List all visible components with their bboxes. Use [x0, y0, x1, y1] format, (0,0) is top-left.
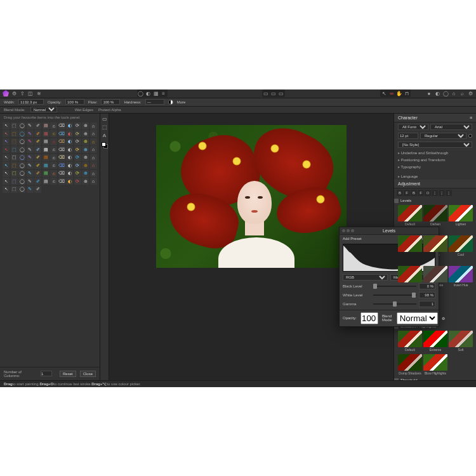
adjustment-thumb[interactable]: Lighten — [449, 205, 473, 226]
tool-item[interactable]: ⌂ — [90, 122, 97, 129]
layers-icon[interactable]: ≋ — [36, 90, 42, 96]
tool-item[interactable]: ⟳ — [74, 138, 81, 145]
adjustment-thumb[interactable]: Cool — [449, 235, 473, 256]
dot-icon[interactable]: ● — [426, 90, 432, 96]
close-button[interactable]: Close — [80, 371, 96, 377]
tool-item[interactable]: ✐ — [34, 154, 41, 161]
positioning-expander[interactable]: Positioning and Transform — [394, 156, 476, 163]
sliders-icon[interactable]: ≡ — [161, 90, 167, 96]
tool-item[interactable]: ⌂ — [90, 146, 97, 153]
tool-item[interactable]: ◯ — [18, 178, 25, 185]
tool-item[interactable]: ⌂ — [90, 154, 97, 161]
font-size-input[interactable] — [398, 133, 418, 139]
tool-item[interactable]: ✐ — [34, 186, 41, 193]
tool-item[interactable]: ◯ — [18, 138, 25, 145]
tool-item[interactable]: ⟳ — [74, 178, 81, 185]
tool-item[interactable]: ▤ — [43, 162, 50, 169]
tool-item[interactable]: ↖ — [3, 162, 10, 169]
tool-item[interactable]: ▤ — [43, 130, 50, 137]
canvas-area[interactable]: Levels Add Preset Merge Delete Reset — [109, 114, 393, 380]
panel-menu-icon[interactable]: ≡ — [470, 116, 472, 120]
tool-item[interactable]: ▤ — [43, 154, 50, 161]
typography-expander[interactable]: Typography — [394, 163, 476, 170]
tool-item[interactable]: ⬚ — [11, 154, 18, 161]
adjustment-thumb[interactable]: Invert Hue — [449, 266, 473, 287]
tool-item[interactable]: ✐ — [34, 170, 41, 177]
opacity-input[interactable] — [65, 99, 84, 105]
marquee-tool-icon[interactable]: ⬚ — [102, 124, 108, 131]
tool-item[interactable]: ↖ — [3, 154, 10, 161]
adjustment-tab[interactable]: ⋮ — [446, 190, 452, 196]
tool-item[interactable]: ◯ — [18, 170, 25, 177]
tool-item[interactable]: ◯ — [18, 146, 25, 153]
tool-item[interactable]: ◯ — [18, 122, 25, 129]
dot-icon[interactable]: ◐ — [434, 90, 440, 96]
font-select[interactable]: Arial — [430, 124, 472, 130]
tool-item[interactable]: ⊕ — [82, 146, 89, 153]
tool-item[interactable]: ⊕ — [82, 178, 89, 185]
tool-item[interactable]: ✎ — [27, 162, 34, 169]
dot-icon[interactable]: ◯ — [442, 90, 449, 96]
tool-item[interactable]: ⌫ — [58, 138, 65, 145]
adjustment-tab[interactable]: ⋮ — [432, 190, 438, 196]
tool-item[interactable]: ⌫ — [58, 154, 65, 161]
tool-item[interactable]: ✎ — [27, 178, 34, 185]
tool-item[interactable]: ✎ — [27, 154, 34, 161]
tool-item[interactable]: ◐ — [66, 122, 73, 129]
adjustment-thumb[interactable]: Default — [398, 331, 422, 352]
white-level-input[interactable] — [419, 292, 435, 298]
grid-icon[interactable]: ▦ — [153, 90, 159, 96]
rect-icon[interactable]: ▭ — [278, 90, 284, 96]
tool-item[interactable]: ⟳ — [74, 162, 81, 169]
tool-item[interactable]: ⌂ — [90, 130, 97, 137]
tool-item[interactable]: ▤ — [43, 170, 50, 177]
width-input[interactable] — [18, 99, 44, 105]
tool-item[interactable]: ⌫ — [58, 162, 65, 169]
tool-item[interactable]: ⎌ — [50, 178, 57, 185]
levels-titlebar[interactable]: Levels — [340, 227, 439, 235]
tool-item[interactable]: ⊕ — [82, 170, 89, 177]
gamma-input[interactable] — [419, 301, 435, 307]
tool-item[interactable]: ⌂ — [90, 170, 97, 177]
tool-item[interactable]: ⊕ — [82, 154, 89, 161]
cursor-icon[interactable]: ↖ — [381, 90, 387, 96]
tool-item[interactable]: ↖ — [3, 122, 10, 129]
tool-item[interactable]: ⎌ — [50, 170, 57, 177]
tool-item[interactable]: ✐ — [34, 138, 41, 145]
tool-item[interactable]: ▤ — [43, 146, 50, 153]
hand-icon[interactable]: ✋ — [396, 90, 402, 96]
tool-item[interactable]: ◯ — [18, 154, 25, 161]
adjustment-tab[interactable]: F — [418, 190, 424, 196]
tool-item[interactable]: ⬚ — [11, 130, 18, 137]
tool-item[interactable]: ⬚ — [11, 162, 18, 169]
tool-item[interactable]: ⌂ — [90, 138, 97, 145]
columns-input[interactable] — [41, 371, 52, 376]
blend-select[interactable]: Normal — [30, 107, 57, 112]
underline-expander[interactable]: Underline and Strikethrough — [394, 149, 476, 156]
tool-item[interactable]: ⎌ — [50, 162, 57, 169]
tool-item[interactable]: ⟳ — [74, 130, 81, 137]
tool-item[interactable]: ✎ — [27, 186, 34, 193]
style-select[interactable]: [No Style] — [398, 142, 472, 148]
adjustment-tab[interactable]: B — [397, 190, 403, 196]
tool-item[interactable]: ⌫ — [58, 130, 65, 137]
link-icon[interactable]: ∞ — [388, 90, 395, 96]
tool-item[interactable]: ⟳ — [74, 170, 81, 177]
text-tool-icon[interactable]: A — [102, 133, 108, 139]
tool-item[interactable]: ⎌ — [50, 130, 57, 137]
blend-select[interactable]: Normal — [397, 312, 438, 324]
rect-tool-icon[interactable]: ▭ — [102, 116, 108, 122]
tool-item[interactable]: ⊕ — [82, 162, 89, 169]
tool-item[interactable]: ⟳ — [74, 122, 81, 129]
opacity-input[interactable] — [360, 312, 378, 324]
tool-item[interactable]: ⬚ — [11, 146, 18, 153]
tool-item[interactable]: ↖ — [3, 186, 10, 193]
adjustment-thumb[interactable]: Blow Highlights — [423, 354, 447, 375]
adjustment-tab[interactable]: ⋮ — [439, 190, 445, 196]
tool-item[interactable]: ✐ — [34, 122, 41, 129]
halfmoon-icon[interactable]: ◐ — [145, 90, 152, 96]
font-weight-select[interactable]: Regular — [420, 133, 466, 139]
tool-item[interactable]: ⬚ — [11, 186, 18, 193]
black-level-input[interactable] — [419, 283, 435, 289]
home-icon[interactable]: ⌂ — [451, 90, 457, 96]
